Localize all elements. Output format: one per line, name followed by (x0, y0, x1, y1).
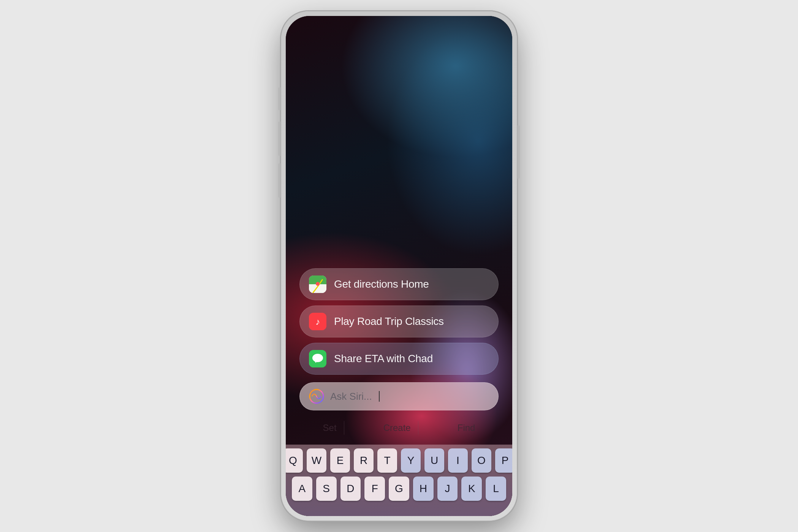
key-h[interactable]: H (413, 477, 434, 501)
key-t[interactable]: T (377, 448, 397, 473)
maps-icon-svg (309, 276, 326, 293)
keyboard: Q W E R T Y U I O P A S D F G H (286, 445, 512, 516)
key-q[interactable]: Q (286, 448, 303, 473)
keyboard-row-1: Q W E R T Y U I O P (292, 448, 506, 473)
volume-down-button[interactable] (278, 163, 280, 198)
quick-action-set[interactable]: Set (315, 420, 344, 436)
maps-app-icon (309, 276, 326, 293)
key-u[interactable]: U (424, 448, 444, 473)
messages-label: Share ETA with Chad (334, 353, 433, 365)
phone-screen: Get directions Home ♪ Play Road Trip Cla… (286, 16, 512, 516)
suggestions-area: Get directions Home ♪ Play Road Trip Cla… (286, 268, 512, 375)
key-p[interactable]: P (495, 448, 512, 473)
music-label: Play Road Trip Classics (334, 315, 444, 328)
siri-input-bar[interactable]: Ask Siri... (299, 382, 499, 410)
key-y[interactable]: Y (401, 448, 421, 473)
suggestion-directions[interactable]: Get directions Home (299, 268, 499, 300)
directions-label: Get directions Home (334, 278, 429, 290)
music-icon-svg: ♪ (309, 313, 326, 330)
quick-action-find[interactable]: Find (450, 420, 483, 436)
suggestion-messages[interactable]: Share ETA with Chad (299, 343, 499, 375)
siri-logo-icon (309, 389, 324, 404)
siri-cursor (379, 391, 380, 402)
suggestion-music[interactable]: ♪ Play Road Trip Classics (299, 306, 499, 337)
quick-actions-bar: Set Create Find (286, 414, 512, 442)
key-i[interactable]: I (448, 448, 468, 473)
siri-placeholder: Ask Siri... (330, 391, 372, 402)
key-f[interactable]: F (364, 477, 385, 501)
key-w[interactable]: W (307, 448, 326, 473)
svg-rect-2 (309, 276, 326, 280)
key-l[interactable]: L (486, 477, 506, 501)
key-s[interactable]: S (316, 477, 337, 501)
key-d[interactable]: D (340, 477, 361, 501)
key-a[interactable]: A (292, 477, 312, 501)
siri-content: Get directions Home ♪ Play Road Trip Cla… (286, 16, 512, 516)
messages-app-icon (309, 350, 326, 367)
power-button[interactable] (518, 125, 520, 179)
music-app-icon: ♪ (309, 313, 326, 330)
mute-switch[interactable] (278, 87, 280, 110)
key-e[interactable]: E (330, 448, 350, 473)
messages-icon-svg (309, 350, 326, 367)
keyboard-row-2: A S D F G H J K L (292, 477, 506, 501)
key-o[interactable]: O (472, 448, 491, 473)
key-g[interactable]: G (389, 477, 409, 501)
key-k[interactable]: K (461, 477, 482, 501)
volume-up-button[interactable] (278, 122, 280, 156)
quick-action-create[interactable]: Create (376, 420, 418, 436)
key-j[interactable]: J (437, 477, 458, 501)
key-r[interactable]: R (354, 448, 374, 473)
svg-text:♪: ♪ (315, 317, 320, 327)
svg-point-10 (312, 354, 323, 362)
svg-rect-4 (309, 288, 326, 293)
phone-device: Get directions Home ♪ Play Road Trip Cla… (281, 11, 517, 521)
